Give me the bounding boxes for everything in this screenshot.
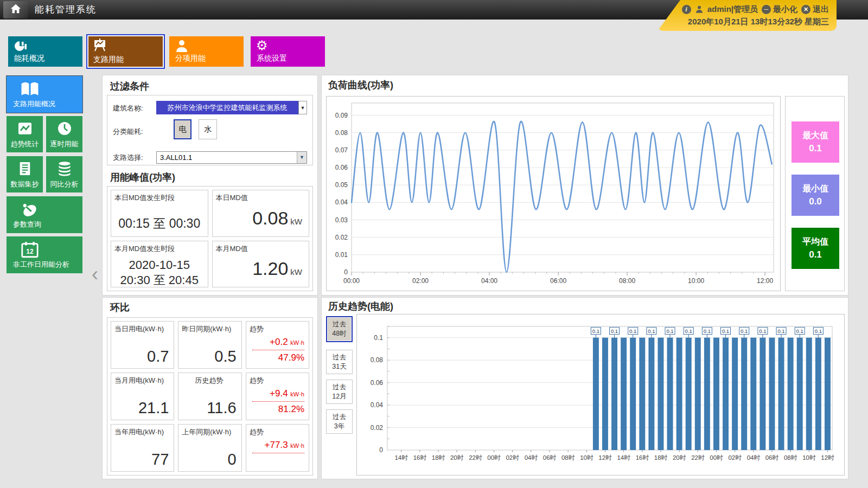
branch-select-value: 3.ALL01.1: [160, 153, 192, 162]
load-curve-chart[interactable]: 00.010.020.030.040.050.060.070.080.0900:…: [326, 96, 781, 291]
svg-text:02时: 02时: [506, 454, 519, 461]
month-md-date: 2020-10-15: [111, 258, 208, 273]
svg-text:10:00: 10:00: [688, 277, 704, 285]
range-48h-button[interactable]: 过去 48时: [326, 316, 353, 342]
stat-label: 最大值: [792, 130, 839, 142]
tab-energy-overview[interactable]: 能耗概况: [8, 36, 82, 67]
svg-text:0.01: 0.01: [335, 251, 348, 259]
svg-text:08时: 08时: [784, 454, 797, 461]
svg-text:0.04: 0.04: [335, 198, 348, 206]
svg-text:18时: 18时: [432, 454, 445, 461]
svg-text:0.1: 0.1: [374, 334, 383, 342]
svg-text:12:00: 12:00: [757, 277, 773, 285]
tab-system-settings[interactable]: ⚙ 系统设置: [251, 36, 325, 67]
stat-label: 平均值: [792, 236, 839, 248]
svg-text:08:00: 08:00: [619, 277, 635, 285]
cell-value: 0.5: [214, 348, 236, 365]
svg-text:12: 12: [26, 248, 34, 255]
sidebar-item-branch-overview[interactable]: 支路用能概况: [7, 76, 82, 113]
stat-value: 0.1: [792, 143, 839, 154]
sidebar-item-label: 趋势统计: [11, 139, 39, 149]
branch-label: 支路选择:: [113, 153, 143, 163]
sidebar-item-hourly-energy[interactable]: 逐时用能: [46, 116, 82, 152]
cell-value: 0.7: [147, 348, 169, 365]
load-curve-title: 负荷曲线(功率): [328, 79, 393, 92]
day-md-value: 0.08: [252, 208, 288, 228]
chevron-down-icon[interactable]: ▼: [298, 101, 307, 114]
month-md-period-cell: 本月MD值发生时段 2020-10-1520:30 至 20:45: [111, 241, 208, 288]
cell-label: 当日用电(kW·h): [114, 324, 164, 334]
app-title: 能耗管理系统: [35, 0, 97, 20]
trend-percent: [252, 453, 304, 467]
svg-text:0.03: 0.03: [335, 216, 348, 224]
filter-peaks-panel: 过滤条件 建筑名称: 苏州市沧浪中学监控建筑能耗监测系统 ▼ 分类能耗: 电 水…: [102, 75, 318, 296]
sidebar-item-trend-stats[interactable]: 趋势统计: [7, 116, 43, 152]
svg-text:22时: 22时: [691, 454, 705, 461]
trend-percent: 47.9%: [252, 350, 304, 364]
category-water-button[interactable]: 水: [199, 119, 217, 139]
category-electric-button[interactable]: 电: [174, 119, 192, 139]
sidebar-item-label: 逐时用能: [50, 139, 79, 149]
filter-section-title: 过滤条件: [110, 80, 149, 93]
info-icon[interactable]: i: [682, 5, 691, 14]
tab-label: 分项用能: [175, 54, 206, 63]
svg-text:04时: 04时: [747, 454, 761, 461]
svg-text:0.02: 0.02: [371, 424, 384, 432]
svg-text:0.1: 0.1: [815, 328, 822, 334]
minimize-button[interactable]: ─ 最小化: [762, 4, 797, 15]
compare-cell: 当年用电(kW·h) 77: [111, 424, 174, 472]
history-bar-svg: 00.020.040.060.080.114时16时18时20时22时00时02…: [357, 314, 844, 475]
peaks-grid: 本日MD值发生时段 00:15 至 00:30 本日MD值 0.08kW 本月M…: [107, 186, 313, 291]
button-label: 3年: [327, 422, 352, 431]
sidebar-item-yoy-analysis[interactable]: 同比分析: [46, 156, 82, 192]
svg-text:20时: 20时: [450, 454, 464, 461]
sidebar-item-label: 非工作日用能分析: [13, 260, 69, 269]
book-icon: [20, 80, 40, 101]
svg-text:0.1: 0.1: [629, 328, 636, 334]
svg-text:00时: 00时: [487, 454, 501, 461]
home-icon: [10, 3, 22, 17]
range-3y-button[interactable]: 过去 3年: [326, 409, 353, 434]
trend-delta: +77.3: [265, 440, 288, 450]
svg-text:0.1: 0.1: [666, 328, 673, 334]
chevron-down-icon[interactable]: ▼: [297, 152, 307, 163]
range-12m-button[interactable]: 过去 12月: [326, 380, 353, 404]
peaks-section-title: 用能峰值(功率): [110, 171, 175, 184]
day-md-period-value: 00:15 至 00:30: [111, 215, 208, 232]
history-bar-chart[interactable]: 00.020.040.060.080.114时16时18时20时22时00时02…: [356, 314, 845, 476]
svg-text:0.1: 0.1: [741, 328, 748, 334]
button-label: 48时: [327, 329, 352, 338]
exit-button[interactable]: ✕ 退出: [801, 4, 829, 15]
cell-value: 21.1: [138, 399, 169, 417]
sidebar-item-parameter-query[interactable]: 参数查询: [7, 196, 82, 233]
category-label: 分类能耗:: [113, 127, 143, 137]
svg-text:0.1: 0.1: [592, 328, 599, 334]
tab-branch-energy[interactable]: 支路用能: [86, 34, 165, 69]
cell-label: 本月MD值: [216, 244, 248, 254]
stats-frame: 最大值 0.1 最小值 0.0 平均值 0.1: [785, 96, 845, 291]
svg-text:0.08: 0.08: [371, 356, 384, 364]
unit-label: kW·h: [290, 391, 304, 397]
svg-text:00时: 00时: [710, 454, 723, 461]
svg-text:0.09: 0.09: [335, 112, 348, 119]
sidebar-item-nonworkday-analysis[interactable]: 12 非工作日用能分析: [7, 236, 82, 273]
minimize-icon: ─: [762, 5, 771, 14]
max-value-box: 最大值 0.1: [792, 121, 839, 163]
stat-value: 0.0: [792, 196, 839, 207]
stat-value: 0.1: [792, 249, 839, 260]
svg-text:22时: 22时: [469, 454, 482, 461]
button-label: 12月: [327, 392, 352, 401]
home-button[interactable]: [3, 1, 28, 18]
sidebar-collapse-button[interactable]: ‹: [92, 265, 98, 284]
tab-category-energy[interactable]: 分项用能: [169, 36, 244, 67]
sidebar-item-data-readout[interactable]: 数据集抄: [7, 156, 43, 192]
cell-label: 趋势: [250, 324, 264, 334]
cell-label: 上年同期(kW·h): [182, 427, 231, 437]
compare-cell: 历史趋势 11.6: [178, 373, 241, 420]
branch-select[interactable]: 3.ALL01.1 ▼: [156, 151, 307, 164]
range-31d-button[interactable]: 过去 31天: [326, 350, 353, 374]
building-select[interactable]: 苏州市沧浪中学监控建筑能耗监测系统: [156, 101, 298, 114]
svg-text:16时: 16时: [413, 454, 427, 461]
svg-text:14时: 14时: [617, 454, 630, 461]
svg-text:02:00: 02:00: [412, 277, 429, 285]
